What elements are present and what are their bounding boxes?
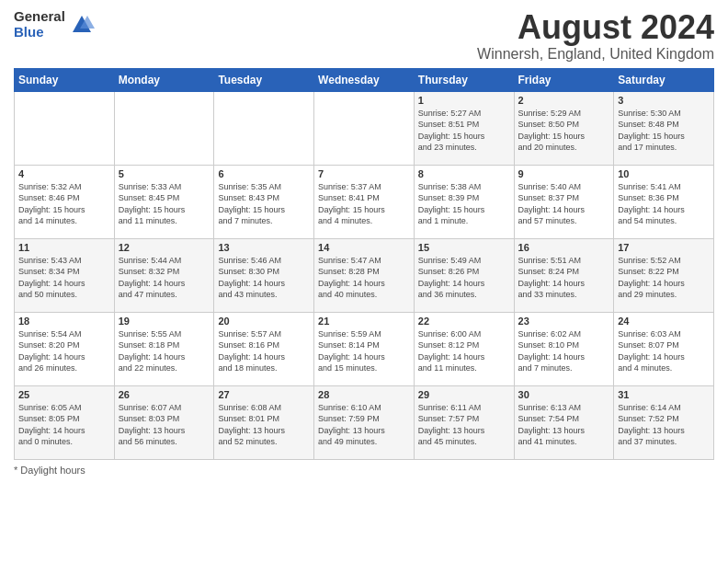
calendar-day-cell: 11Sunrise: 5:43 AM Sunset: 8:34 PM Dayli… <box>15 238 115 312</box>
calendar-day-cell: 1Sunrise: 5:27 AM Sunset: 8:51 PM Daylig… <box>414 91 514 165</box>
col-header-tuesday: Tuesday <box>214 68 314 91</box>
day-info: Sunrise: 5:57 AM Sunset: 8:16 PM Dayligh… <box>218 328 310 374</box>
day-number: 17 <box>618 242 710 253</box>
col-header-sunday: Sunday <box>15 68 115 91</box>
calendar-day-cell: 31Sunrise: 6:14 AM Sunset: 7:52 PM Dayli… <box>614 385 714 459</box>
calendar-week-row: 1Sunrise: 5:27 AM Sunset: 8:51 PM Daylig… <box>15 91 714 165</box>
day-number: 9 <box>518 168 610 179</box>
day-info: Sunrise: 5:47 AM Sunset: 8:28 PM Dayligh… <box>318 255 410 301</box>
day-number: 21 <box>318 316 410 327</box>
day-number: 23 <box>518 316 610 327</box>
col-header-monday: Monday <box>114 68 214 91</box>
col-header-thursday: Thursday <box>414 68 514 91</box>
col-header-saturday: Saturday <box>614 68 714 91</box>
logo: General Blue <box>14 9 95 40</box>
day-number: 31 <box>618 389 710 400</box>
calendar-table: SundayMondayTuesdayWednesdayThursdayFrid… <box>14 68 714 460</box>
logo-icon <box>69 12 95 38</box>
day-number: 28 <box>318 389 410 400</box>
calendar-day-cell <box>214 91 314 165</box>
day-info: Sunrise: 5:59 AM Sunset: 8:14 PM Dayligh… <box>318 328 410 374</box>
day-info: Sunrise: 5:29 AM Sunset: 8:50 PM Dayligh… <box>518 108 610 154</box>
day-info: Sunrise: 6:08 AM Sunset: 8:01 PM Dayligh… <box>218 402 310 448</box>
day-info: Sunrise: 5:37 AM Sunset: 8:41 PM Dayligh… <box>318 181 410 227</box>
day-number: 1 <box>418 95 510 106</box>
day-info: Sunrise: 5:27 AM Sunset: 8:51 PM Dayligh… <box>418 108 510 154</box>
day-info: Sunrise: 5:44 AM Sunset: 8:32 PM Dayligh… <box>119 255 210 301</box>
footer-note: * Daylight hours <box>14 465 714 476</box>
day-info: Sunrise: 5:51 AM Sunset: 8:24 PM Dayligh… <box>518 255 610 301</box>
day-info: Sunrise: 6:07 AM Sunset: 8:03 PM Dayligh… <box>119 402 210 448</box>
day-number: 4 <box>18 168 110 179</box>
day-number: 6 <box>218 168 310 179</box>
calendar-day-cell: 12Sunrise: 5:44 AM Sunset: 8:32 PM Dayli… <box>114 238 214 312</box>
calendar-week-row: 25Sunrise: 6:05 AM Sunset: 8:05 PM Dayli… <box>15 385 714 459</box>
day-info: Sunrise: 5:43 AM Sunset: 8:34 PM Dayligh… <box>18 255 110 301</box>
col-header-friday: Friday <box>514 68 614 91</box>
calendar-day-cell: 29Sunrise: 6:11 AM Sunset: 7:57 PM Dayli… <box>414 385 514 459</box>
day-info: Sunrise: 5:41 AM Sunset: 8:36 PM Dayligh… <box>618 181 710 227</box>
calendar-day-cell: 20Sunrise: 5:57 AM Sunset: 8:16 PM Dayli… <box>214 312 314 385</box>
calendar-day-cell: 6Sunrise: 5:35 AM Sunset: 8:43 PM Daylig… <box>214 165 314 238</box>
calendar-day-cell <box>114 91 214 165</box>
day-info: Sunrise: 6:05 AM Sunset: 8:05 PM Dayligh… <box>18 402 110 448</box>
page-container: General Blue August 2024 Winnersh, Engla… <box>0 0 728 485</box>
calendar-day-cell: 27Sunrise: 6:08 AM Sunset: 8:01 PM Dayli… <box>214 385 314 459</box>
calendar-header-row: SundayMondayTuesdayWednesdayThursdayFrid… <box>15 68 714 91</box>
calendar-location: Winnersh, England, United Kingdom <box>477 46 714 63</box>
calendar-day-cell: 10Sunrise: 5:41 AM Sunset: 8:36 PM Dayli… <box>614 165 714 238</box>
day-number: 20 <box>218 316 310 327</box>
calendar-day-cell: 17Sunrise: 5:52 AM Sunset: 8:22 PM Dayli… <box>614 238 714 312</box>
day-info: Sunrise: 5:55 AM Sunset: 8:18 PM Dayligh… <box>119 328 210 374</box>
day-info: Sunrise: 6:13 AM Sunset: 7:54 PM Dayligh… <box>518 402 610 448</box>
daylight-label: Daylight hours <box>20 465 85 476</box>
logo-general-text: General <box>14 9 65 25</box>
day-number: 14 <box>318 242 410 253</box>
calendar-day-cell: 13Sunrise: 5:46 AM Sunset: 8:30 PM Dayli… <box>214 238 314 312</box>
calendar-day-cell: 2Sunrise: 5:29 AM Sunset: 8:50 PM Daylig… <box>514 91 614 165</box>
calendar-day-cell: 23Sunrise: 6:02 AM Sunset: 8:10 PM Dayli… <box>514 312 614 385</box>
header: General Blue August 2024 Winnersh, Engla… <box>14 9 714 63</box>
day-number: 3 <box>618 95 710 106</box>
calendar-title: August 2024 <box>477 9 714 46</box>
day-info: Sunrise: 5:49 AM Sunset: 8:26 PM Dayligh… <box>418 255 510 301</box>
calendar-day-cell <box>15 91 115 165</box>
calendar-day-cell: 4Sunrise: 5:32 AM Sunset: 8:46 PM Daylig… <box>15 165 115 238</box>
day-number: 30 <box>518 389 610 400</box>
day-info: Sunrise: 5:33 AM Sunset: 8:45 PM Dayligh… <box>119 181 210 227</box>
day-number: 5 <box>119 168 210 179</box>
day-info: Sunrise: 5:54 AM Sunset: 8:20 PM Dayligh… <box>18 328 110 374</box>
calendar-day-cell: 22Sunrise: 6:00 AM Sunset: 8:12 PM Dayli… <box>414 312 514 385</box>
day-info: Sunrise: 5:46 AM Sunset: 8:30 PM Dayligh… <box>218 255 310 301</box>
day-info: Sunrise: 6:03 AM Sunset: 8:07 PM Dayligh… <box>618 328 710 374</box>
calendar-day-cell: 5Sunrise: 5:33 AM Sunset: 8:45 PM Daylig… <box>114 165 214 238</box>
day-info: Sunrise: 5:40 AM Sunset: 8:37 PM Dayligh… <box>518 181 610 227</box>
calendar-day-cell: 7Sunrise: 5:37 AM Sunset: 8:41 PM Daylig… <box>314 165 415 238</box>
calendar-day-cell: 16Sunrise: 5:51 AM Sunset: 8:24 PM Dayli… <box>514 238 614 312</box>
day-number: 7 <box>318 168 410 179</box>
calendar-day-cell: 18Sunrise: 5:54 AM Sunset: 8:20 PM Dayli… <box>15 312 115 385</box>
col-header-wednesday: Wednesday <box>314 68 415 91</box>
calendar-week-row: 11Sunrise: 5:43 AM Sunset: 8:34 PM Dayli… <box>15 238 714 312</box>
calendar-day-cell: 30Sunrise: 6:13 AM Sunset: 7:54 PM Dayli… <box>514 385 614 459</box>
day-info: Sunrise: 5:35 AM Sunset: 8:43 PM Dayligh… <box>218 181 310 227</box>
title-block: August 2024 Winnersh, England, United Ki… <box>477 9 714 63</box>
calendar-day-cell: 15Sunrise: 5:49 AM Sunset: 8:26 PM Dayli… <box>414 238 514 312</box>
day-number: 24 <box>618 316 710 327</box>
calendar-day-cell: 24Sunrise: 6:03 AM Sunset: 8:07 PM Dayli… <box>614 312 714 385</box>
day-number: 13 <box>218 242 310 253</box>
calendar-day-cell: 28Sunrise: 6:10 AM Sunset: 7:59 PM Dayli… <box>314 385 415 459</box>
day-info: Sunrise: 6:11 AM Sunset: 7:57 PM Dayligh… <box>418 402 510 448</box>
calendar-week-row: 18Sunrise: 5:54 AM Sunset: 8:20 PM Dayli… <box>15 312 714 385</box>
day-info: Sunrise: 6:00 AM Sunset: 8:12 PM Dayligh… <box>418 328 510 374</box>
day-info: Sunrise: 6:02 AM Sunset: 8:10 PM Dayligh… <box>518 328 610 374</box>
day-number: 25 <box>18 389 110 400</box>
day-info: Sunrise: 5:52 AM Sunset: 8:22 PM Dayligh… <box>618 255 710 301</box>
day-number: 2 <box>518 95 610 106</box>
day-number: 10 <box>618 168 710 179</box>
calendar-day-cell: 9Sunrise: 5:40 AM Sunset: 8:37 PM Daylig… <box>514 165 614 238</box>
day-info: Sunrise: 6:14 AM Sunset: 7:52 PM Dayligh… <box>618 402 710 448</box>
calendar-day-cell: 14Sunrise: 5:47 AM Sunset: 8:28 PM Dayli… <box>314 238 415 312</box>
day-number: 8 <box>418 168 510 179</box>
day-number: 18 <box>18 316 110 327</box>
